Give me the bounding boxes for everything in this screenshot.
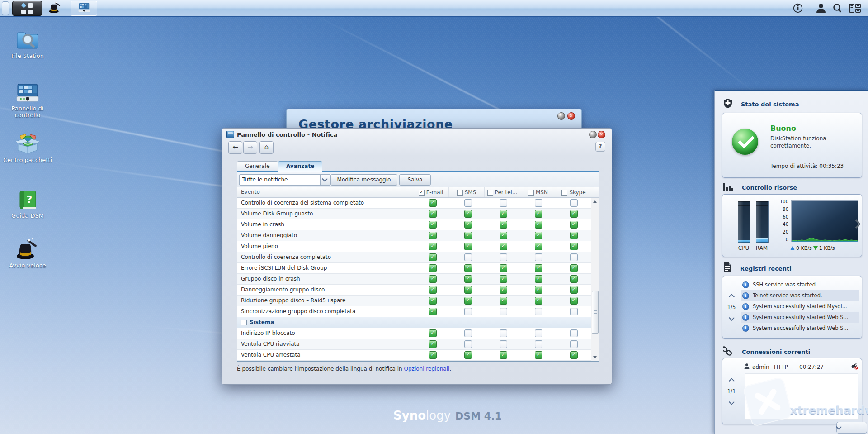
checkbox-cell[interactable]: ✓ (415, 274, 450, 284)
checkbox-checked[interactable]: ✓ (429, 221, 437, 229)
checkbox-cell[interactable]: ✓ (450, 296, 486, 306)
page-down-icon[interactable] (729, 315, 735, 321)
checkbox-checked[interactable]: ✓ (570, 221, 578, 229)
checkbox-checked[interactable]: ✓ (429, 286, 437, 294)
help-button[interactable]: ? (595, 142, 605, 152)
desktop-icon-package-center[interactable]: Centro pacchetti (3, 132, 52, 163)
header-checkbox[interactable] (528, 190, 534, 196)
checkbox-cell[interactable] (486, 198, 521, 208)
checkbox-checked[interactable]: ✓ (535, 264, 542, 272)
control-panel-task-button[interactable] (71, 1, 97, 16)
checkbox-unchecked[interactable] (464, 253, 472, 261)
channel-header[interactable]: SMS (448, 187, 484, 197)
checkbox-unchecked[interactable] (500, 199, 507, 207)
checkbox-cell[interactable]: ✓ (486, 241, 521, 252)
collapse-icon[interactable] (241, 320, 247, 325)
checkbox-checked[interactable]: ✓ (570, 243, 578, 250)
checkbox-unchecked[interactable] (500, 253, 507, 261)
search-icon[interactable] (832, 3, 844, 14)
checkbox-cell[interactable] (556, 328, 591, 339)
back-button[interactable]: ← (228, 141, 242, 154)
checkbox-unchecked[interactable] (535, 199, 542, 207)
checkbox-checked[interactable]: ✓ (500, 243, 507, 250)
checkbox-unchecked[interactable] (464, 199, 472, 207)
checkbox-cell[interactable]: ✓ (556, 219, 591, 230)
checkbox-checked[interactable]: ✓ (429, 253, 437, 261)
checkbox-unchecked[interactable] (500, 340, 507, 348)
checkbox-cell[interactable]: ✓ (486, 274, 521, 284)
checkbox-checked[interactable]: ✓ (429, 210, 437, 218)
checkbox-cell[interactable]: ✓ (556, 274, 591, 284)
pilot-view-icon[interactable] (849, 3, 861, 14)
minimize-button[interactable] (557, 112, 565, 120)
checkbox-checked[interactable]: ✓ (464, 210, 472, 218)
page-up-icon[interactable] (729, 378, 735, 384)
checkbox-cell[interactable] (556, 306, 591, 317)
checkbox-cell[interactable] (521, 306, 556, 317)
checkbox-checked[interactable]: ✓ (429, 340, 437, 348)
checkbox-cell[interactable] (521, 198, 556, 208)
checkbox-cell[interactable]: ✓ (450, 209, 486, 219)
checkbox-cell[interactable]: ✓ (556, 296, 591, 306)
checkbox-unchecked[interactable] (464, 329, 472, 337)
checkbox-checked[interactable]: ✓ (429, 351, 437, 359)
checkbox-cell[interactable] (486, 328, 521, 339)
checkbox-cell[interactable]: ✓ (415, 296, 450, 306)
checkbox-cell[interactable] (556, 252, 591, 262)
scroll-down-arrow[interactable] (591, 354, 599, 361)
channel-header[interactable]: Skype (556, 187, 591, 197)
checkbox-cell[interactable] (450, 339, 486, 349)
checkbox-checked[interactable]: ✓ (535, 275, 542, 283)
regional-options-link[interactable]: Opzioni regionali (404, 366, 450, 372)
notification-filter-dropdown[interactable]: Tutte le notifiche (239, 174, 330, 186)
checkbox-unchecked[interactable] (535, 340, 542, 348)
checkbox-cell[interactable]: ✓ (415, 306, 450, 317)
checkbox-cell[interactable]: ✓ (521, 219, 556, 230)
checkbox-cell[interactable]: ✓ (486, 285, 521, 295)
checkbox-checked[interactable]: ✓ (535, 286, 542, 294)
quick-start-button[interactable] (44, 1, 66, 15)
save-button[interactable]: Salva (399, 174, 431, 186)
chevron-down-icon[interactable] (320, 175, 330, 185)
checkbox-checked[interactable]: ✓ (535, 232, 542, 239)
desktop-icon-dsm-help[interactable]: ? Guida DSM (3, 188, 52, 219)
header-checkbox[interactable] (561, 190, 567, 196)
checkbox-cell[interactable] (521, 328, 556, 339)
checkbox-cell[interactable]: ✓ (556, 209, 591, 219)
minimize-button[interactable] (589, 131, 597, 138)
checkbox-cell[interactable]: ✓ (556, 263, 591, 273)
checkbox-checked[interactable]: ✓ (570, 264, 578, 272)
checkbox-checked[interactable]: ✓ (464, 232, 472, 239)
close-icon[interactable]: ✕ (598, 131, 605, 138)
checkbox-cell[interactable]: ✓ (415, 230, 450, 241)
checkbox-cell[interactable] (486, 306, 521, 317)
checkbox-cell[interactable] (556, 339, 591, 349)
checkbox-checked[interactable]: ✓ (500, 210, 507, 218)
checkbox-checked[interactable]: ✓ (429, 232, 437, 239)
desktop-icon-quick-start[interactable]: Avvio veloce (3, 238, 52, 269)
checkbox-checked[interactable]: ✓ (464, 351, 472, 359)
checkbox-checked[interactable]: ✓ (570, 210, 578, 218)
checkbox-checked[interactable]: ✓ (500, 351, 507, 359)
info-icon[interactable] (792, 3, 804, 14)
checkbox-checked[interactable]: ✓ (570, 275, 578, 283)
checkbox-cell[interactable] (521, 252, 556, 262)
checkbox-cell[interactable]: ✓ (556, 285, 591, 295)
checkbox-cell[interactable] (486, 252, 521, 262)
desktop-icon-file-station[interactable]: File Station (3, 28, 52, 59)
checkbox-cell[interactable]: ✓ (521, 230, 556, 241)
tab-avanzate[interactable]: Avanzate (278, 161, 322, 172)
checkbox-unchecked[interactable] (464, 340, 472, 348)
checkbox-unchecked[interactable] (500, 308, 507, 315)
scrollbar-thumb[interactable] (592, 291, 599, 334)
checkbox-cell[interactable]: ✓ (556, 350, 591, 360)
panel-collapse-button[interactable] (836, 422, 867, 434)
checkbox-checked[interactable]: ✓ (570, 297, 578, 305)
user-icon[interactable] (815, 3, 827, 14)
checkbox-checked[interactable]: ✓ (570, 286, 578, 294)
checkbox-unchecked[interactable] (464, 308, 472, 315)
checkbox-checked[interactable]: ✓ (535, 221, 542, 229)
checkbox-cell[interactable]: ✓ (415, 263, 450, 273)
checkbox-cell[interactable]: ✓ (450, 350, 486, 360)
checkbox-checked[interactable]: ✓ (500, 232, 507, 239)
